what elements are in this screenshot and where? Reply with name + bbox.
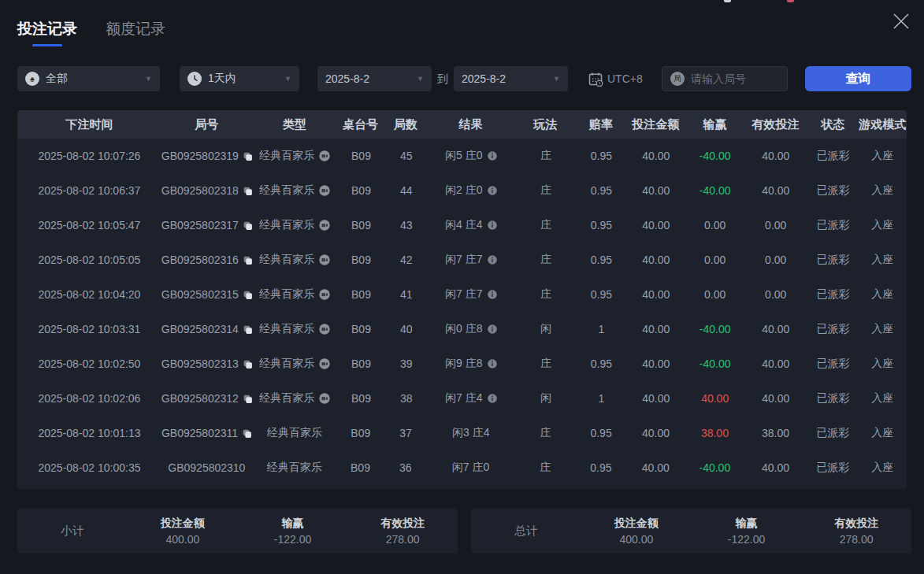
table-no: B09 <box>351 288 371 301</box>
chevron-down-icon: ▼ <box>145 75 152 83</box>
bet-time: 2025-08-02 10:06:37 <box>38 184 140 197</box>
video-icon[interactable] <box>318 150 331 162</box>
tab-bet-records[interactable]: 投注记录 <box>17 19 77 46</box>
winloss-cell: -40.00 <box>686 184 744 197</box>
column-header: 输赢 <box>686 117 744 132</box>
round-id: GB0925802314 <box>161 323 239 335</box>
summary-column-label: 输赢 <box>692 517 802 531</box>
round-id-cell: GB0925802310 <box>161 461 252 474</box>
odds-cell: 0.95 <box>577 461 625 474</box>
copy-icon[interactable] <box>243 359 253 369</box>
query-button[interactable]: 查询 <box>805 66 911 91</box>
summary-column-label: 有效投注 <box>801 517 911 531</box>
winloss-cell: 0.00 <box>686 254 744 266</box>
result-text: 闲3 庄4 <box>452 426 489 440</box>
game-mode-cell: 入座 <box>858 322 907 336</box>
winloss-value: -40.00 <box>699 184 731 197</box>
result-text: 闲7 庄7 <box>445 253 482 267</box>
video-icon[interactable] <box>318 392 331 405</box>
info-icon[interactable] <box>487 254 498 265</box>
valid-bet-cell: 40.00 <box>744 357 807 370</box>
date-range-to-label: 到 <box>433 66 452 91</box>
copy-icon[interactable] <box>243 220 253 231</box>
time-range-dropdown[interactable]: 1天内 ▼ <box>180 66 299 91</box>
tab-quota-records[interactable]: 额度记录 <box>106 19 165 46</box>
game-type: 经典百家乐 <box>267 426 322 440</box>
video-icon[interactable] <box>318 323 331 335</box>
game-type-cell: 经典百家乐 <box>253 218 338 232</box>
info-icon[interactable] <box>487 220 498 231</box>
result-cell: 闲0 庄8 <box>428 322 514 336</box>
odds: 0.95 <box>591 150 612 162</box>
status-cell: 已派彩 <box>807 149 858 163</box>
round-id: GB0925802317 <box>161 219 239 231</box>
info-icon[interactable] <box>487 324 498 335</box>
table-no: B09 <box>351 427 370 439</box>
bet-time: 2025-08-02 10:02:50 <box>38 357 140 370</box>
bet-time: 2025-08-02 10:05:05 <box>38 254 140 266</box>
copy-icon[interactable] <box>243 255 253 265</box>
result-text: 闲7 庄4 <box>445 391 482 406</box>
info-icon[interactable] <box>487 150 498 161</box>
game-type-dropdown[interactable]: ♠ 全部 ▼ <box>17 66 160 91</box>
info-icon[interactable] <box>487 289 498 300</box>
copy-icon[interactable] <box>243 151 253 161</box>
round-search-input[interactable] <box>691 72 777 85</box>
status-cell: 已派彩 <box>807 357 858 371</box>
round-id-cell: GB0925802315 <box>161 288 253 301</box>
copy-icon[interactable] <box>243 394 253 404</box>
round-id: GB0925802315 <box>161 288 239 301</box>
top-edge-fragment <box>787 0 794 2</box>
column-header: 局号 <box>161 117 252 132</box>
summary-column: 投注金额400.00 <box>128 517 238 546</box>
result-text: 闲2 庄0 <box>445 183 482 198</box>
bet-records-table: 下注时间局号类型桌台号局数结果玩法赔率投注金额输赢有效投注状态游戏模式 2025… <box>17 110 907 489</box>
video-icon[interactable] <box>318 184 331 197</box>
round-count: 42 <box>400 254 413 266</box>
status-badge: 已派彩 <box>816 461 849 475</box>
table-no: B09 <box>351 184 371 197</box>
round-search-field[interactable]: 局 <box>662 66 788 91</box>
summary-column-label: 投注金额 <box>581 517 692 531</box>
valid-bet: 38.00 <box>762 427 789 439</box>
status-cell: 已派彩 <box>807 253 858 267</box>
video-icon[interactable] <box>318 219 331 231</box>
date-from-picker[interactable]: 2025-8-2 ▼ <box>317 66 432 91</box>
valid-bet-cell: 40.00 <box>744 461 808 474</box>
result-text: 闲4 庄4 <box>445 218 482 232</box>
table-row: 2025-08-02 10:00:35GB0925802310经典百家乐B093… <box>17 450 907 485</box>
close-icon[interactable] <box>891 11 911 31</box>
game-mode: 入座 <box>871 183 893 198</box>
odds-cell: 1 <box>577 323 626 335</box>
table-row: 2025-08-02 10:02:50GB0925802313经典百家乐B093… <box>17 346 907 381</box>
summary-column-value: 400.00 <box>128 533 238 546</box>
bet-amount-cell: 40.00 <box>625 288 686 301</box>
video-icon[interactable] <box>318 254 331 266</box>
video-icon[interactable] <box>318 357 331 370</box>
status-badge: 已派彩 <box>816 391 849 406</box>
table-no: B09 <box>351 323 371 335</box>
valid-bet: 40.00 <box>762 150 789 162</box>
info-icon[interactable] <box>487 185 498 196</box>
info-icon[interactable] <box>487 393 498 404</box>
date-to-picker[interactable]: 2025-8-2 ▼ <box>454 66 568 91</box>
round-count: 36 <box>399 461 412 474</box>
bet-amount: 40.00 <box>642 392 670 405</box>
video-icon[interactable] <box>318 288 331 301</box>
copy-icon[interactable] <box>243 186 253 196</box>
round-id-cell: GB0925802316 <box>161 254 253 266</box>
bet-time: 2025-08-02 10:01:13 <box>38 427 140 439</box>
copy-icon[interactable] <box>243 290 253 300</box>
game-mode: 入座 <box>871 287 893 302</box>
winloss-value: 0.00 <box>704 219 725 231</box>
play-type: 庄 <box>540 218 551 232</box>
copy-icon[interactable] <box>243 324 253 335</box>
bet-time: 2025-08-02 10:03:31 <box>38 323 140 335</box>
game-mode-cell: 入座 <box>858 287 907 302</box>
game-mode-cell: 入座 <box>858 253 907 267</box>
table-no: B09 <box>351 150 371 162</box>
copy-icon[interactable] <box>242 428 252 439</box>
bet-time-cell: 2025-08-02 10:04:20 <box>17 288 161 301</box>
info-icon[interactable] <box>487 358 498 369</box>
odds: 0.95 <box>590 427 611 439</box>
